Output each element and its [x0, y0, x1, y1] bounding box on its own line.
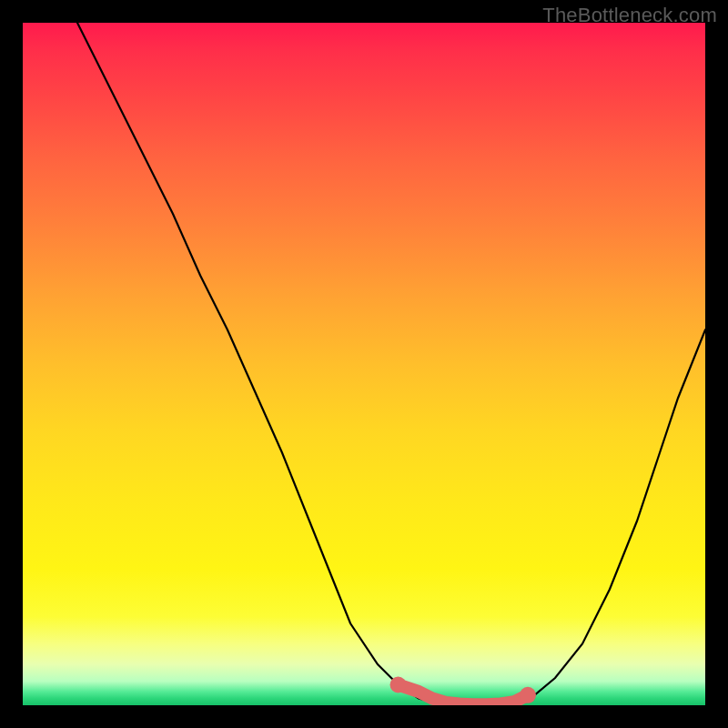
marker-dot	[520, 687, 536, 703]
marker-dot	[390, 677, 407, 693]
plot-area	[23, 23, 705, 705]
marker-band	[399, 685, 529, 705]
bottleneck-curve	[77, 23, 705, 705]
curve-layer	[23, 23, 705, 705]
highlight-markers	[390, 677, 537, 705]
chart-frame: TheBottleneck.com	[0, 0, 728, 728]
